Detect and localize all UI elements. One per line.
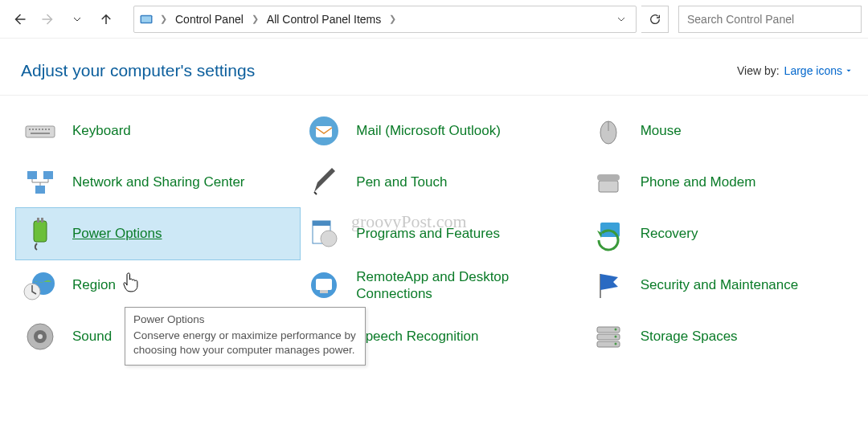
security-flag-icon xyxy=(591,268,626,303)
svg-point-32 xyxy=(614,336,616,338)
forward-button[interactable] xyxy=(35,6,61,32)
svg-rect-7 xyxy=(27,171,37,179)
page-title: Adjust your computer's settings xyxy=(21,61,255,80)
address-history-dropdown[interactable] xyxy=(612,14,631,24)
remoteapp-icon xyxy=(306,268,342,303)
item-programs[interactable]: Programs and Features xyxy=(300,208,583,259)
item-label: Pen and Touch xyxy=(356,174,447,190)
up-button[interactable] xyxy=(93,6,119,32)
svg-rect-2 xyxy=(26,126,55,137)
svg-point-31 xyxy=(614,329,616,331)
power-icon xyxy=(23,216,58,251)
svg-rect-12 xyxy=(34,221,47,242)
viewby-value: Large icons xyxy=(784,64,842,77)
item-security[interactable]: Security and Maintenance xyxy=(584,259,868,311)
item-label: Mouse xyxy=(641,122,682,139)
item-label: Speech Recognition xyxy=(356,328,478,345)
tooltip-title: Power Options xyxy=(133,312,357,327)
item-phone[interactable]: Phone and Modem xyxy=(584,157,868,208)
item-label: Sound xyxy=(72,328,112,345)
breadcrumb-all-items[interactable]: All Control Panel Items xyxy=(265,10,383,29)
item-label: Network and Sharing Center xyxy=(72,174,245,190)
region-icon xyxy=(23,268,58,303)
svg-point-26 xyxy=(38,334,43,339)
item-label: Region xyxy=(72,276,116,293)
item-recovery[interactable]: Recovery xyxy=(584,208,868,259)
keyboard-icon xyxy=(23,113,58,149)
refresh-button[interactable] xyxy=(641,6,669,33)
svg-rect-14 xyxy=(41,218,43,223)
svg-rect-23 xyxy=(320,290,328,293)
item-label: Power Options xyxy=(72,225,162,242)
item-label: Phone and Modem xyxy=(641,174,756,190)
item-label: Mail (Microsoft Outlook) xyxy=(356,122,500,139)
chevron-right-icon[interactable]: ❯ xyxy=(248,14,262,24)
tooltip-body: Conserve energy or maximize performance … xyxy=(133,329,357,357)
svg-rect-4 xyxy=(316,126,332,137)
tooltip: Power Options Conserve energy or maximiz… xyxy=(125,307,366,366)
sound-icon xyxy=(23,319,58,354)
item-label: Keyboard xyxy=(72,122,131,139)
viewby-label: View by: xyxy=(737,64,780,77)
item-label: Security and Maintenance xyxy=(641,276,799,293)
mail-icon xyxy=(306,113,342,149)
address-bar[interactable]: ❯ Control Panel ❯ All Control Panel Item… xyxy=(133,6,637,33)
search-input[interactable] xyxy=(678,6,862,33)
item-storage[interactable]: Storage Spaces xyxy=(584,311,868,362)
chevron-down-icon xyxy=(845,67,852,74)
view-by: View by: Large icons xyxy=(737,64,852,77)
item-label: Recovery xyxy=(641,225,698,242)
programs-icon xyxy=(306,216,342,251)
control-panel-icon xyxy=(139,12,154,27)
chevron-right-icon[interactable]: ❯ xyxy=(386,14,399,24)
toolbar: ❯ Control Panel ❯ All Control Panel Item… xyxy=(0,0,868,39)
breadcrumb-control-panel[interactable]: Control Panel xyxy=(174,10,245,29)
item-pen[interactable]: Pen and Touch xyxy=(300,157,583,208)
svg-point-17 xyxy=(321,231,337,247)
svg-rect-10 xyxy=(599,181,618,192)
item-label: Storage Spaces xyxy=(641,328,738,345)
header-row: Adjust your computer's settings View by:… xyxy=(0,39,868,96)
svg-rect-16 xyxy=(313,221,330,226)
network-icon xyxy=(23,165,58,200)
item-label: RemoteApp and Desktop Connections xyxy=(356,268,565,303)
svg-rect-8 xyxy=(43,171,53,179)
chevron-right-icon[interactable]: ❯ xyxy=(157,14,170,24)
item-label: Programs and Features xyxy=(356,225,500,242)
back-button[interactable] xyxy=(6,6,32,32)
svg-rect-9 xyxy=(35,186,45,194)
svg-point-33 xyxy=(614,343,616,345)
recovery-icon xyxy=(591,216,626,251)
recent-locations-dropdown[interactable] xyxy=(64,6,90,32)
storage-icon xyxy=(591,319,626,354)
pen-icon xyxy=(306,165,342,200)
item-mouse[interactable]: Mouse xyxy=(584,105,868,157)
item-mail[interactable]: Mail (Microsoft Outlook) xyxy=(300,105,583,157)
item-keyboard[interactable]: Keyboard xyxy=(16,105,300,157)
item-region[interactable]: Region xyxy=(16,259,300,311)
viewby-dropdown[interactable]: Large icons xyxy=(784,64,852,77)
svg-rect-13 xyxy=(37,218,39,223)
item-network[interactable]: Network and Sharing Center xyxy=(16,157,300,208)
svg-rect-11 xyxy=(597,174,620,181)
phone-icon xyxy=(591,165,626,200)
item-power-options[interactable]: Power Options xyxy=(15,207,301,260)
mouse-icon xyxy=(591,113,626,149)
item-remoteapp[interactable]: RemoteApp and Desktop Connections xyxy=(300,259,583,311)
svg-rect-22 xyxy=(316,279,332,290)
svg-rect-1 xyxy=(141,16,151,22)
